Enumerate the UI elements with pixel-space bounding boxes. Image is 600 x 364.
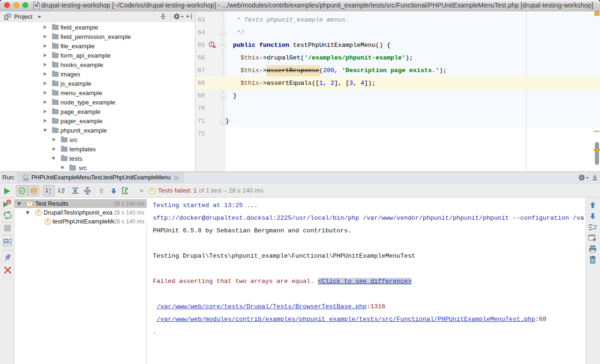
- svg-text:z: z: [49, 191, 51, 194]
- svg-text:!: !: [8, 200, 9, 205]
- svg-text:php: php: [23, 178, 29, 181]
